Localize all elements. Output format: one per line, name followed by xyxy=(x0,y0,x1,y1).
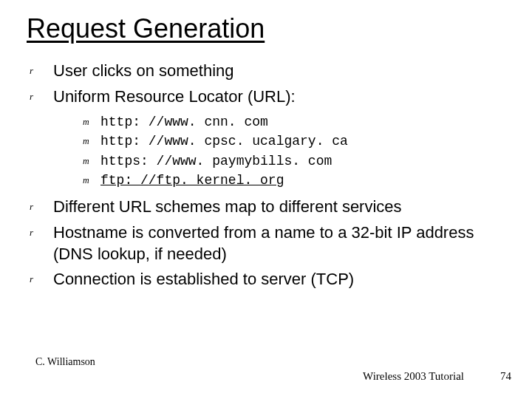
bullet-item: User clicks on something xyxy=(30,61,502,82)
bullet-text: User clicks on something xyxy=(53,61,234,80)
footer-event: Wireless 2003 Tutorial xyxy=(363,370,464,383)
sub-bullet-list: http: //www. cnn. com http: //www. cpsc.… xyxy=(53,113,502,189)
footer-author: C. Williamson xyxy=(35,356,95,368)
sub-bullet-item: https: //www. paymybills. com xyxy=(83,152,502,170)
bullet-item: Different URL schemes map to different s… xyxy=(30,197,502,218)
slide: Request Generation User clicks on someth… xyxy=(0,0,532,399)
url-text: http: //www. cpsc. ucalgary. ca xyxy=(100,134,348,149)
url-text: https: //www. paymybills. com xyxy=(100,154,332,168)
url-link[interactable]: ftp: //ftp. kernel. org xyxy=(100,173,284,188)
bullet-text: Hostname is converted from a name to a 3… xyxy=(53,223,474,263)
footer-page-number: 74 xyxy=(500,370,511,383)
sub-bullet-item: http: //www. cpsc. ucalgary. ca xyxy=(83,132,502,150)
bullet-text: Different URL schemes map to different s… xyxy=(53,197,402,216)
bullet-item: Hostname is converted from a name to a 3… xyxy=(30,222,502,265)
bullet-text: Connection is established to server (TCP… xyxy=(53,270,354,288)
sub-bullet-item: http: //www. cnn. com xyxy=(83,113,502,131)
bullet-text: Uniform Resource Locator (URL): xyxy=(53,87,296,106)
url-text: http: //www. cnn. com xyxy=(100,115,268,129)
bullet-item: Uniform Resource Locator (URL): http: //… xyxy=(30,86,502,190)
sub-bullet-item: ftp: //ftp. kernel. org xyxy=(83,171,502,189)
slide-title: Request Generation xyxy=(27,13,265,44)
bullet-list: User clicks on something Uniform Resourc… xyxy=(30,61,502,295)
bullet-item: Connection is established to server (TCP… xyxy=(30,269,502,290)
